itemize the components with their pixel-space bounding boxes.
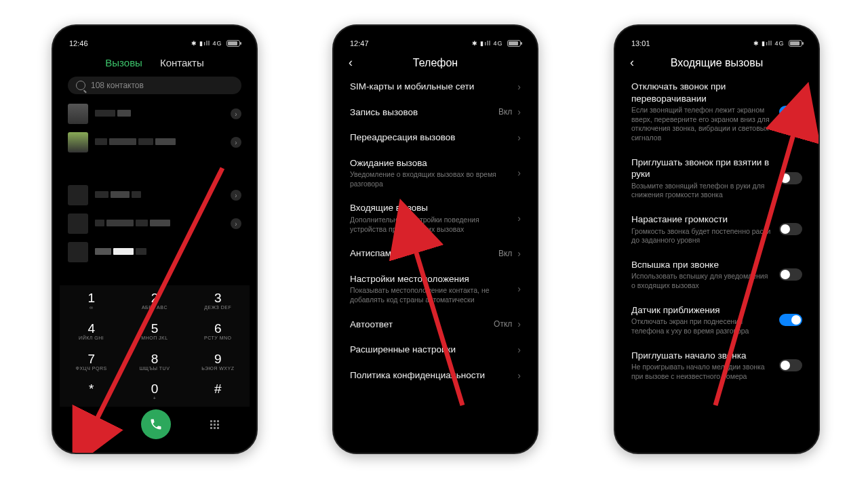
toggle[interactable] [779,223,802,235]
tab-contacts[interactable]: Контакты [160,57,204,68]
chevron-right-icon: › [517,81,521,92]
call-list: › › › › [60,97,250,266]
chevron-right-icon[interactable]: › [231,108,241,119]
setting-title: Приглушать начало звонка [631,350,774,362]
call-row[interactable]: › [65,128,244,157]
call-row[interactable]: › [65,100,244,128]
chevron-right-icon: › [517,344,521,355]
setting-title: Приглушать звонок при взятии в руки [631,157,774,180]
toggle[interactable] [779,106,802,118]
setting-row[interactable]: Запись вызововВкл› [350,100,521,125]
setting-title: Настройки местоположения [350,273,512,285]
setting-title: Ожидание вызова [350,157,512,169]
settings-list: SIM-карты и мобильные сети›Запись вызово… [340,74,530,388]
setting-value: Откл [494,319,512,329]
bottom-bar [60,409,250,439]
tab-calls[interactable]: Вызовы [105,57,142,68]
header: ‹ Телефон [340,52,530,74]
dial-key-3[interactable]: 3ДЕЖЗ DEF [186,285,250,316]
dial-key-2[interactable]: 2АБВГ ABC [123,285,186,316]
setting-title: Переадресация вызовов [350,131,512,144]
call-row[interactable]: › [65,209,244,238]
dial-key-1[interactable]: 1∞ [60,285,123,316]
setting-row[interactable]: Вспышка при звонкеИспользовать вспышку д… [631,252,802,298]
status-bar: 13:01 ✱ ▮ıll 4G [622,33,812,52]
dialpad: 1∞ 2АБВГ ABC 3ДЕЖЗ DEF 4ИЙКЛ GHI 5МНОП J… [60,285,250,407]
chevron-right-icon[interactable]: › [231,218,241,229]
setting-row[interactable]: Приглушать начало звонкаНе проигрывать н… [631,343,802,388]
phone-3: 13:01 ✱ ▮ıll 4G ‹ Входящие вызовы Отключ… [614,24,820,454]
setting-title: Запись вызовов [350,106,493,119]
setting-row[interactable]: Датчик приближенияОтключать экран при по… [631,298,802,343]
setting-title: Датчик приближения [631,304,774,317]
setting-row[interactable]: Переадресация вызовов› [350,125,521,150]
chevron-right-icon: › [517,283,521,294]
dial-key-8[interactable]: 8ШЩЪЫ TUV [123,346,186,377]
search-placeholder: 108 контактов [91,81,144,90]
call-row[interactable]: › [65,181,244,209]
chevron-right-icon: › [517,167,521,178]
setting-row[interactable]: Ожидание вызоваУведомление о входящих вы… [350,150,521,196]
setting-value: Вкл [498,107,512,117]
setting-row[interactable]: Нарастание громкостиГромкость звонка буд… [631,207,802,252]
clock: 13:01 [631,39,650,47]
setting-desc: Возьмите звонящий телефон в руки для сни… [631,182,774,200]
dial-key-7[interactable]: 7ФХЦЧ PQRS [60,346,123,377]
toggle[interactable] [779,314,802,326]
setting-row[interactable]: Входящие вызовыДополнительные настройки … [350,195,521,241]
chevron-right-icon: › [517,132,521,143]
setting-title: Политика конфиденциальности [350,369,512,382]
dial-key-6[interactable]: 6РСТУ MNO [186,316,250,346]
dial-key-9[interactable]: 9ЬЭЮЯ WXYZ [186,346,250,377]
setting-row[interactable]: Политика конфиденциальности› [350,363,521,388]
setting-title: Автоответ [350,319,488,331]
phone-2: 12:47 ✱ ▮ıll 4G ‹ Телефон SIM-карты и мо… [332,24,538,454]
setting-desc: Показывать местоположение контакта, не д… [350,286,512,304]
header-title: Входящие вызовы [630,57,804,69]
chevron-right-icon: › [517,213,521,224]
setting-row[interactable]: Настройки местоположенияПоказывать место… [350,266,521,312]
setting-desc: Громкость звонка будет постепенно расти … [631,227,774,245]
status-bar: 12:46 ✱ ▮ıll 4G [60,33,250,52]
toggle[interactable] [779,268,802,281]
setting-desc: Уведомление о входящих вызовах во время … [350,170,512,188]
call-row[interactable] [65,238,244,266]
setting-row[interactable]: Приглушать звонок при взятии в рукиВозьм… [631,150,802,207]
menu-icon[interactable] [90,420,102,429]
status-bar: 12:47 ✱ ▮ıll 4G [340,33,530,52]
search-icon [76,81,85,90]
dial-key-star[interactable]: * [60,376,123,407]
dial-key-0[interactable]: 0+ [123,376,186,407]
search-bar[interactable]: 108 контактов [68,77,241,94]
chevron-right-icon: › [517,248,521,259]
setting-title: SIM-карты и мобильные сети [350,81,512,93]
dial-key-5[interactable]: 5МНОП JKL [123,316,186,346]
setting-row[interactable]: Расширенные настройки› [350,337,521,363]
setting-title: Расширенные настройки [350,344,512,356]
setting-title: Антиспам [350,247,493,260]
setting-row[interactable]: Отключать звонок при переворачиванииЕсли… [631,74,802,150]
header: ‹ Входящие вызовы [622,52,812,74]
status-icons: ✱ ▮ıll 4G [472,40,521,47]
setting-row[interactable]: АвтоответОткл› [350,312,521,338]
chevron-right-icon[interactable]: › [231,137,241,148]
settings-list: Отключать звонок при переворачиванииЕсли… [622,74,812,388]
dial-key-4[interactable]: 4ИЙКЛ GHI [60,316,123,346]
dialpad-toggle-icon[interactable] [210,420,219,429]
setting-desc: Не проигрывать начало мелодии звонка при… [631,363,774,381]
toggle[interactable] [779,359,802,371]
header-title: Телефон [349,57,522,69]
setting-desc: Дополнительные настройки поведения устро… [350,216,512,234]
chevron-right-icon: › [517,319,521,329]
call-button[interactable] [141,409,171,439]
setting-row[interactable]: SIM-карты и мобильные сети› [350,74,521,100]
setting-row[interactable]: АнтиспамВкл› [350,241,521,266]
clock: 12:47 [350,39,369,47]
clock: 12:46 [69,39,88,47]
dial-key-hash[interactable]: # [186,376,250,407]
chevron-right-icon[interactable]: › [231,190,241,201]
setting-value: Вкл [498,249,512,258]
setting-desc: Использовать вспышку для уведомления о в… [631,272,774,290]
toggle[interactable] [779,172,802,184]
chevron-right-icon: › [517,106,521,117]
